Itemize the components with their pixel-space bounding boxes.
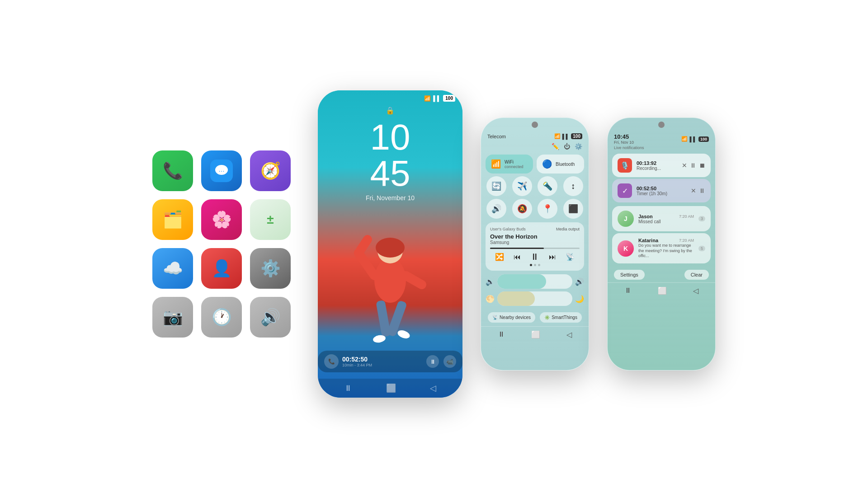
wifi-tile-icon: 📶 xyxy=(491,159,501,169)
media-play-pause[interactable]: ⏸ xyxy=(530,252,539,262)
brightness-slider-row: 🌕 🌙 xyxy=(486,291,584,306)
media-source: User's Galaxy Buds xyxy=(490,227,526,231)
pause-button[interactable]: ⏸ xyxy=(426,355,439,368)
brightness-slider[interactable] xyxy=(497,291,572,306)
jason-notification[interactable]: J Jason 7:20 AM Missed call 3 xyxy=(612,206,711,231)
timer-sub: 10min - 3:44 PM xyxy=(342,363,372,367)
notif-nav: ⏸ ⬜ ◁ xyxy=(608,282,715,299)
dnd-tile[interactable]: 🔕 xyxy=(512,199,532,219)
person-illustration xyxy=(345,217,435,361)
recording-pause-btn[interactable]: ⏸ xyxy=(690,162,696,169)
smartthings-icon: ✳️ xyxy=(544,315,550,320)
jason-name: Jason xyxy=(638,214,653,219)
app-icon-phone[interactable]: 📞 xyxy=(152,150,193,191)
timer-pause-btn[interactable]: ⏸ xyxy=(699,187,705,194)
notif-nav-back[interactable]: ◁ xyxy=(693,286,698,295)
flashlight-tile[interactable]: 🔦 xyxy=(538,176,557,196)
svg-line-7 xyxy=(406,276,422,285)
ctrl-nav-home[interactable]: ⬜ xyxy=(531,330,540,339)
media-shuffle[interactable]: 🔀 xyxy=(495,253,504,261)
volume-high-icon: 🔊 xyxy=(575,277,584,286)
nav-back[interactable]: ◁ xyxy=(430,383,436,393)
video-button[interactable]: 📹 xyxy=(443,355,456,368)
app-icon-contacts[interactable]: 👤 xyxy=(201,248,242,289)
control-center-phone: Telecom 📶 ▌▌ 100 ✏️ ⏻ ⚙️ 📶 WiFi xyxy=(481,117,589,371)
app-icon-files[interactable]: 🗂️ xyxy=(152,199,193,240)
volume-slider-row: 🔈 🔊 xyxy=(486,274,584,289)
nav-bar: ⏸ ⬜ ◁ xyxy=(318,379,462,398)
rotation-tile[interactable]: 🔄 xyxy=(486,176,506,196)
app-grid: 📞 … 🧭 🗂️ 🌸 ± ☁️ 👤 ⚙️ 📷 🕐 🔊 xyxy=(152,150,291,338)
ctrl-signal-icon: ▌▌ xyxy=(562,134,570,139)
svg-line-8 xyxy=(359,239,368,253)
media-dot-2 xyxy=(534,264,536,266)
ctrl-carrier: Telecom xyxy=(487,134,506,139)
jason-badge: 3 xyxy=(698,216,705,221)
ctrl-battery: 100 xyxy=(571,133,582,139)
recording-icon: 🎙️ xyxy=(618,158,632,173)
notif-nav-pause[interactable]: ⏸ xyxy=(624,286,632,295)
app-icon-flower[interactable]: 🌸 xyxy=(201,199,242,240)
settings-btn[interactable]: Settings xyxy=(614,270,645,280)
live-notif-label: Live notifications xyxy=(608,145,715,152)
app-icon-icloud[interactable]: ☁️ xyxy=(152,248,193,289)
media-dot-3 xyxy=(538,264,540,266)
notif-wifi-icon: 📶 xyxy=(681,136,688,142)
brightness-low-icon: 🌕 xyxy=(486,295,495,303)
media-artist: Samsung xyxy=(490,240,580,245)
wifi-tile[interactable]: 📶 WiFi connected xyxy=(486,155,533,174)
media-prev[interactable]: ⏮ xyxy=(514,253,521,261)
app-icon-safari[interactable]: 🧭 xyxy=(250,150,291,191)
clear-btn[interactable]: Clear xyxy=(684,270,709,280)
nav-pause[interactable]: ⏸ xyxy=(344,384,352,393)
date-display: Fri, November 10 xyxy=(366,194,415,202)
app-icon-camera[interactable]: 📷 xyxy=(152,297,193,338)
app-icon-messages[interactable]: … xyxy=(201,150,242,191)
smartthings-btn[interactable]: ✳️ SmartThings xyxy=(540,312,582,323)
recording-notification[interactable]: 🎙️ 00:13:92 Recording... ✕ ⏸ ⏹ xyxy=(612,154,711,177)
ctrl-nav-pause[interactable]: ⏸ xyxy=(498,330,505,339)
ctrl-status-bar: Telecom 📶 ▌▌ 100 xyxy=(481,130,589,141)
ctrl-settings-icon[interactable]: ⚙️ xyxy=(575,143,582,150)
notif-footer: Settings Clear xyxy=(608,265,715,282)
timer-close-btn[interactable]: ✕ xyxy=(691,187,696,194)
notif-nav-home[interactable]: ⬜ xyxy=(658,286,667,295)
app-icon-homepod[interactable]: 🔊 xyxy=(250,297,291,338)
bluetooth-tile[interactable]: 🔵 Bluetooth xyxy=(537,155,584,174)
app-icon-settings[interactable]: ⚙️ xyxy=(250,248,291,289)
volume-slider[interactable] xyxy=(497,274,572,289)
ctrl-wifi-icon: 📶 xyxy=(554,133,561,139)
media-cast[interactable]: 📡 xyxy=(566,253,575,261)
app-icon-calculator[interactable]: ± xyxy=(250,199,291,240)
sound-tile[interactable]: 🔊 xyxy=(486,199,506,219)
nav-home[interactable]: ⬜ xyxy=(386,383,396,393)
ctrl-edit-icon[interactable]: ✏️ xyxy=(552,143,559,150)
time-display: 10 45 xyxy=(370,119,410,192)
jason-time: 7:20 AM xyxy=(679,214,694,219)
ctrl-nav-back[interactable]: ◁ xyxy=(566,330,572,339)
katarina-notification[interactable]: K Katarina 7:20 AM Do you want me to rea… xyxy=(612,233,711,263)
recording-close-btn[interactable]: ✕ xyxy=(682,162,687,169)
katarina-badge: 5 xyxy=(698,246,705,251)
nearby-devices-btn[interactable]: 📡 Nearby devices xyxy=(488,312,535,323)
nfc-tile[interactable]: ⬛ xyxy=(563,199,583,219)
quick-tiles-row1: 📶 WiFi connected 🔵 Bluetooth xyxy=(481,155,589,174)
media-next[interactable]: ⏭ xyxy=(549,253,556,261)
app-icon-clock[interactable]: 🕐 xyxy=(201,297,242,338)
ctrl-power-icon[interactable]: ⏻ xyxy=(564,143,570,150)
timer-notification[interactable]: ✓ 00:52:50 Timer (1h 30m) ✕ ⏸ xyxy=(612,179,711,202)
sliders-section: 🔈 🔊 🌕 🌙 xyxy=(481,274,589,306)
media-progress-bar[interactable] xyxy=(490,248,580,249)
recording-stop-btn[interactable]: ⏹ xyxy=(699,162,705,169)
bluetooth-tile-label: Bluetooth xyxy=(556,162,575,167)
lock-icon: 🔒 xyxy=(318,106,462,115)
media-output: Media output xyxy=(556,227,580,231)
mobile-data-tile[interactable]: ↕️ xyxy=(563,176,583,196)
svg-point-3 xyxy=(374,258,406,303)
airplane-tile[interactable]: ✈️ xyxy=(512,176,532,196)
timer-icon: ✓ xyxy=(618,183,632,198)
media-title: Over the Horizon xyxy=(490,233,580,240)
location-tile[interactable]: 📍 xyxy=(538,199,557,219)
jason-message: Missed call xyxy=(638,219,694,224)
notif-date: Fri, Nov 10 xyxy=(614,140,634,145)
